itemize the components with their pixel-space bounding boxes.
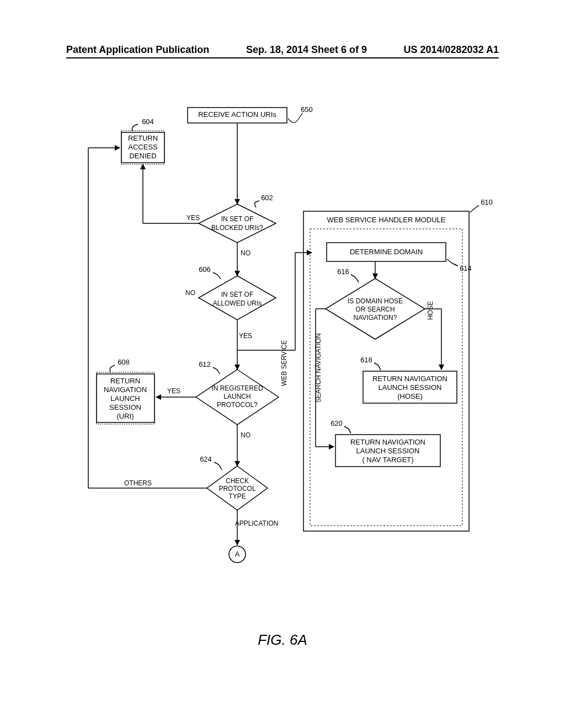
figure-label: FIG. 6A [0, 631, 565, 649]
label-612: 612 [199, 360, 211, 368]
branch-602-no: NO [241, 249, 250, 257]
flowchart-diagram: RECEIVE ACTION URIs 650 RETURN ACCESS DE… [66, 99, 499, 640]
box-650-text: RECEIVE ACTION URIs [198, 110, 276, 119]
dec-624-l3: TYPE [228, 493, 246, 500]
dec-602 [199, 204, 276, 243]
label-650: 650 [301, 105, 313, 114]
dec-602-l1: IN SET OF [221, 215, 253, 223]
label-624: 624 [200, 455, 212, 463]
label-620: 620 [331, 419, 343, 427]
header-center: Sep. 18, 2014 Sheet 6 of 9 [246, 44, 367, 56]
dec-624-l2: PROTOCOL [218, 485, 255, 493]
box-614-text: DETERMINE DOMAIN [350, 248, 423, 256]
branch-602-yes: YES [186, 214, 200, 222]
box-620-l3: ( NAV TARGET) [362, 456, 413, 464]
dec-606-l2: ALLOWED URIs [213, 299, 262, 307]
branch-606-yes: YES [239, 332, 252, 340]
box-608-l4: SESSION [109, 403, 141, 411]
branch-web-service: WEB SERVICE [280, 340, 288, 386]
label-614: 614 [460, 264, 472, 272]
header: Patent Application Publication Sep. 18, … [0, 44, 565, 56]
branch-606-no: NO [185, 289, 195, 297]
box-604-l2: ACCESS [128, 143, 158, 151]
dec-616-l3: NAVIGATION? [354, 314, 397, 322]
header-right: US 2014/0282032 A1 [404, 44, 499, 56]
branch-616-hose: HOSE [427, 301, 434, 320]
dec-602-l2: BLOCKED URIs? [211, 224, 263, 232]
connector-a-text: A [235, 550, 240, 558]
label-610: 610 [481, 198, 493, 206]
box-608-l5: (URI) [116, 412, 134, 420]
box-604-l1: RETURN [128, 134, 158, 142]
label-606: 606 [199, 265, 211, 274]
label-608: 608 [118, 358, 130, 366]
box-618-l2: LAUNCH SESSION [379, 383, 442, 392]
label-618: 618 [360, 356, 372, 364]
header-left: Patent Application Publication [66, 44, 209, 56]
box-618-l3: (HOSE) [397, 392, 423, 400]
label-616: 616 [337, 267, 349, 276]
box-608-l3: LAUNCH [110, 394, 140, 403]
page: Patent Application Publication Sep. 18, … [0, 0, 565, 728]
box-620-l1: RETURN NAVIGATION [350, 438, 425, 446]
label-604: 604 [142, 117, 154, 126]
dec-616-l2: OR SEARCH [355, 306, 395, 313]
box-610-text: WEB SERVICE HANDLER MODULE [327, 216, 445, 224]
dec-624-l1: CHECK [226, 477, 249, 485]
box-618-l1: RETURN NAVIGATION [372, 374, 447, 383]
branch-612-no: NO [241, 431, 250, 439]
dec-606-l1: IN SET OF [221, 291, 253, 298]
box-608-l2: NAVIGATION [104, 386, 147, 394]
box-604-l3: DENIED [129, 152, 156, 160]
branch-624-others: OTHERS [124, 479, 152, 487]
branch-612-yes: YES [167, 387, 180, 395]
dec-616-l1: IS DOMAIN HOSE [348, 297, 403, 305]
label-602: 602 [261, 194, 273, 202]
header-underline [66, 57, 499, 58]
branch-624-application: APPLICATION [235, 520, 278, 527]
dec-612-l3: PROTOCOL? [217, 401, 258, 409]
dec-612-l2: LAUNCH [223, 393, 250, 400]
dec-612-l1: IN REGISTERED [211, 384, 263, 392]
box-608-l1: RETURN [110, 377, 140, 385]
box-620-l2: LAUNCH SESSION [356, 447, 420, 455]
